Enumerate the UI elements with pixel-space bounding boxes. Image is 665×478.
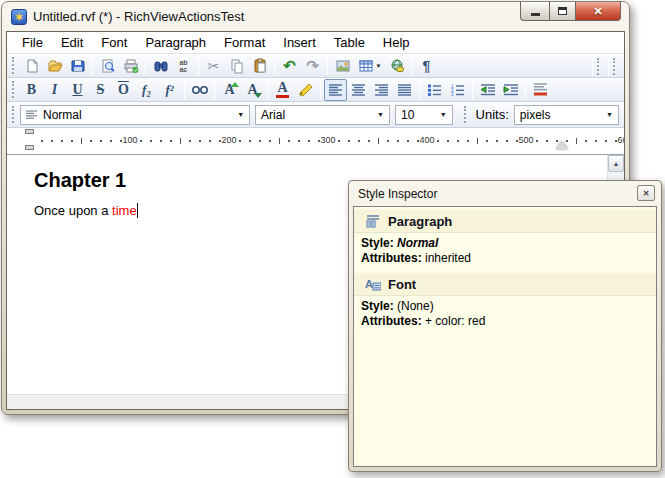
shrink-font-button[interactable]: A xyxy=(241,79,264,101)
cut-button[interactable]: ✂ xyxy=(202,55,225,77)
justify-button[interactable] xyxy=(393,79,416,101)
font-size-combo[interactable]: 10 ▼ xyxy=(395,105,453,125)
paragraph-icon xyxy=(365,214,381,228)
subscript-icon: f₂ xyxy=(142,82,151,98)
print-preview-button[interactable] xyxy=(96,55,119,77)
bullets-button[interactable] xyxy=(423,79,446,101)
toolbar-grip[interactable] xyxy=(12,57,16,74)
close-button[interactable]: ✕ xyxy=(576,2,621,21)
undo-button[interactable]: ↶ xyxy=(278,55,301,77)
clipboard-icon xyxy=(252,58,268,74)
insert-table-button[interactable]: ▼ xyxy=(354,55,385,77)
paragraph-color-button[interactable] xyxy=(529,79,552,101)
paragraph-section-title: Paragraph xyxy=(388,214,452,229)
underline-icon: U xyxy=(72,82,82,98)
toolbar-grip[interactable] xyxy=(597,58,601,75)
copy-button[interactable] xyxy=(225,55,248,77)
menu-help[interactable]: Help xyxy=(374,33,419,52)
titlebar[interactable]: ✶ Untitled.rvf (*) - RichViewActionsTest… xyxy=(2,2,629,31)
separator xyxy=(145,57,146,75)
redo-button[interactable]: ↷ xyxy=(301,55,324,77)
chevron-down-icon[interactable]: ▼ xyxy=(377,111,384,118)
toolbar-grip[interactable] xyxy=(12,81,16,98)
paragraph-section-header: Paragraph xyxy=(354,209,656,233)
picture-icon xyxy=(335,58,351,74)
table-icon xyxy=(358,58,374,74)
table-dropdown-icon[interactable]: ▼ xyxy=(376,63,382,69)
numbering-button[interactable]: 123 xyxy=(446,79,469,101)
align-center-button[interactable] xyxy=(347,79,370,101)
minimize-button[interactable] xyxy=(520,2,549,21)
menu-paragraph[interactable]: Paragraph xyxy=(136,33,215,52)
align-left-icon xyxy=(329,84,343,96)
menu-table[interactable]: Table xyxy=(325,33,374,52)
decrease-indent-button[interactable] xyxy=(476,79,499,101)
strikethrough-button[interactable]: S xyxy=(89,79,112,101)
menu-insert[interactable]: Insert xyxy=(274,33,325,52)
highlight-button[interactable] xyxy=(294,79,317,101)
highlighter-icon xyxy=(298,82,314,98)
subscript-button[interactable]: f₂ xyxy=(135,79,158,101)
chevron-down-icon[interactable]: ▼ xyxy=(606,111,613,118)
app-icon: ✶ xyxy=(11,9,27,25)
font-combo[interactable]: Arial ▼ xyxy=(255,105,390,125)
units-combo[interactable]: pixels ▼ xyxy=(514,105,619,125)
justify-icon xyxy=(398,84,412,96)
outdent-icon xyxy=(480,84,496,96)
style-inspector-window: Style Inspector ✕ Paragraph Style: Norma… xyxy=(348,180,662,472)
grow-font-button[interactable]: A xyxy=(218,79,241,101)
italic-button[interactable]: I xyxy=(43,79,66,101)
bold-button[interactable]: B xyxy=(20,79,43,101)
replace-button[interactable]: ab ac xyxy=(172,55,195,77)
hidden-text-button[interactable] xyxy=(188,79,211,101)
open-button[interactable] xyxy=(43,55,66,77)
save-floppy-icon xyxy=(70,58,86,74)
printer-icon xyxy=(123,58,139,74)
text-caret xyxy=(137,203,138,218)
underline-button[interactable]: U xyxy=(66,79,89,101)
new-document-button[interactable] xyxy=(20,55,43,77)
align-right-icon xyxy=(375,84,389,96)
font-color-button[interactable]: A xyxy=(271,79,294,101)
toolbar-grip[interactable] xyxy=(12,106,16,123)
paste-button[interactable] xyxy=(248,55,271,77)
menu-edit[interactable]: Edit xyxy=(52,33,92,52)
style-inspector-title: Style Inspector xyxy=(358,187,437,201)
indent-icon xyxy=(503,84,519,96)
right-indent-marker[interactable] xyxy=(556,141,568,149)
print-preview-icon xyxy=(100,58,116,74)
align-left-button[interactable] xyxy=(324,79,347,101)
chevron-down-icon[interactable]: ▼ xyxy=(237,111,244,118)
insert-image-button[interactable] xyxy=(331,55,354,77)
align-right-button[interactable] xyxy=(370,79,393,101)
menu-font[interactable]: Font xyxy=(92,33,136,52)
style-inspector-titlebar[interactable]: Style Inspector ✕ xyxy=(349,181,661,206)
toolbar-grip[interactable] xyxy=(464,106,468,123)
first-line-indent-marker[interactable] xyxy=(25,129,34,134)
document-heading: Chapter 1 xyxy=(34,169,126,192)
paragraph-marks-button[interactable]: ¶ xyxy=(415,55,438,77)
paragraph-style-row: Style: Normal xyxy=(354,236,656,251)
units-combo-value: pixels xyxy=(520,108,551,122)
maximize-button[interactable] xyxy=(549,2,576,21)
hanging-indent-marker[interactable] xyxy=(25,145,34,150)
glasses-icon xyxy=(192,85,208,95)
superscript-button[interactable]: f² xyxy=(158,79,181,101)
style-inspector-close-button[interactable]: ✕ xyxy=(637,185,655,201)
style-combo[interactable]: Normal ▼ xyxy=(20,105,250,125)
increase-indent-button[interactable] xyxy=(499,79,522,101)
menu-format[interactable]: Format xyxy=(215,33,274,52)
document-text-line: Once upon a time xyxy=(34,203,138,218)
chevron-down-icon[interactable]: ▼ xyxy=(440,111,447,118)
bold-icon: B xyxy=(27,82,36,98)
save-button[interactable] xyxy=(66,55,89,77)
style-inspector-content: Paragraph Style: Normal Attributes: inhe… xyxy=(353,206,657,467)
overline-button[interactable]: O xyxy=(112,79,135,101)
print-button[interactable] xyxy=(119,55,142,77)
scroll-up-button[interactable]: ▲ xyxy=(608,155,624,172)
undo-icon: ↶ xyxy=(283,57,296,75)
hyperlink-button[interactable] xyxy=(385,55,408,77)
find-button[interactable] xyxy=(149,55,172,77)
menu-file[interactable]: File xyxy=(13,33,52,52)
toolbar-grip[interactable] xyxy=(613,58,617,75)
